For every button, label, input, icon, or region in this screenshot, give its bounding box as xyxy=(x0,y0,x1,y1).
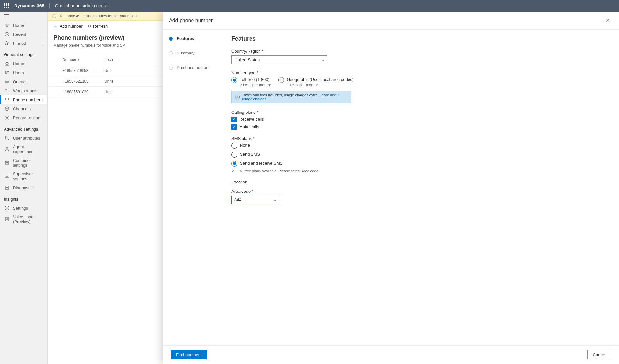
cell-location: Unite xyxy=(104,79,113,84)
svg-point-1 xyxy=(6,71,7,73)
svg-point-11 xyxy=(5,101,6,101)
svg-rect-4 xyxy=(5,82,9,83)
country-select[interactable]: United States ⌄ xyxy=(231,55,327,64)
nav-item-users[interactable]: Users xyxy=(0,68,47,77)
sms-option[interactable]: Send and receive SMS xyxy=(231,161,417,167)
checkbox-label: Receive calls xyxy=(239,117,264,122)
trial-banner-text: You have 49 calling minutes left for you… xyxy=(59,14,138,18)
workstreams-icon xyxy=(5,88,10,93)
nav-label: Home xyxy=(13,23,24,28)
svg-point-13 xyxy=(8,101,9,101)
nav-label: Workstreams xyxy=(13,88,37,93)
areacode-value: 844 xyxy=(234,197,241,202)
sms-option[interactable]: None xyxy=(231,143,417,149)
radio-label: Send and receive SMS xyxy=(240,161,283,166)
radio-icon xyxy=(231,152,237,158)
sidebar: HomeRecent⌄Pinned⌄ General settings Home… xyxy=(0,12,48,364)
svg-point-9 xyxy=(7,99,7,100)
step-dot-icon xyxy=(169,66,173,70)
col-location-header[interactable]: Loca xyxy=(104,57,113,62)
cancel-button[interactable]: Cancel xyxy=(587,350,611,359)
pin-icon xyxy=(5,41,10,46)
plan-note: ✓ Toll free plans available. Please sele… xyxy=(231,169,417,173)
radio-label: Geographic (Uses local area codes) xyxy=(287,77,353,82)
callingplans-label: Calling plans * xyxy=(231,110,417,115)
find-numbers-button[interactable]: Find numbers xyxy=(171,350,207,359)
cell-location: Unite xyxy=(104,68,113,73)
nav-label: Users xyxy=(13,70,24,75)
userattr-icon xyxy=(5,135,10,141)
nav-label: Phone numbers xyxy=(13,97,43,102)
agent-icon xyxy=(5,147,10,152)
radio-icon xyxy=(231,143,237,149)
radio-sublabel: 2 USD per month* xyxy=(240,83,271,87)
svg-point-2 xyxy=(7,71,9,72)
svg-rect-3 xyxy=(5,80,9,81)
app-launcher-icon[interactable] xyxy=(4,3,9,8)
nav-item-customer-settings[interactable]: Customer settings xyxy=(0,156,47,170)
nav-label: User attributes xyxy=(13,136,40,141)
calling-option[interactable]: ✓Receive calls xyxy=(231,117,417,122)
nav-item-workstreams[interactable]: Workstreams xyxy=(0,86,47,95)
nav-item-supervisor-settings[interactable]: Supervisor settings xyxy=(0,170,47,183)
nav-item-home[interactable]: Home xyxy=(0,59,47,68)
calling-option[interactable]: ✓Make calls xyxy=(231,124,417,130)
add-number-button[interactable]: ＋ Add number xyxy=(53,23,83,29)
location-heading: Location xyxy=(231,180,417,184)
diagnostics-icon xyxy=(5,185,10,190)
flyout-title: Add phone number xyxy=(169,18,213,24)
numbertype-option[interactable]: Geographic (Uses local area codes)1 USD … xyxy=(278,77,353,87)
stepper: FeaturesSummaryPurchase number xyxy=(163,30,231,345)
home-icon xyxy=(5,61,10,66)
nav-label: Agent experience xyxy=(13,144,44,154)
cell-location: Unite xyxy=(104,90,113,94)
refresh-button[interactable]: ↻ Refresh xyxy=(88,23,108,29)
svg-point-19 xyxy=(7,162,8,163)
nav-label: Diagnostics xyxy=(13,185,34,190)
nav-item-diagnostics[interactable]: Diagnostics xyxy=(0,183,47,192)
svg-point-10 xyxy=(8,99,9,100)
nav-item-voice-usage-(preview)[interactable]: Voice usage (Preview) xyxy=(0,212,47,226)
checkbox-icon: ✓ xyxy=(231,124,237,130)
radio-label: Toll-free (1-800) xyxy=(240,77,271,82)
close-icon[interactable]: ✕ xyxy=(604,16,611,25)
queues-icon xyxy=(5,79,10,84)
refresh-label: Refresh xyxy=(93,24,108,29)
step-label: Features xyxy=(177,36,194,41)
cell-number: +18887501829 xyxy=(63,90,104,94)
col-number-header[interactable]: Number↑ xyxy=(63,57,104,62)
info-icon: i xyxy=(52,14,56,18)
nav-label: Pinned xyxy=(13,41,26,46)
numbertype-label: Number type * xyxy=(231,70,417,75)
nav-item-queues[interactable]: Queues xyxy=(0,77,47,86)
nav-item-settings[interactable]: Settings xyxy=(0,203,47,212)
step-dot-icon xyxy=(169,51,173,55)
step-purchase-number[interactable]: Purchase number xyxy=(169,65,226,70)
plan-note-text: Toll free plans available. Please select… xyxy=(238,169,319,173)
nav-item-agent-experience[interactable]: Agent experience xyxy=(0,143,47,156)
step-features[interactable]: Features xyxy=(169,36,226,41)
nav-label: Channels xyxy=(13,106,31,111)
numbertype-option[interactable]: Toll-free (1-800)2 USD per month* xyxy=(231,77,271,87)
cell-number: +18557518953 xyxy=(63,68,104,73)
nav-item-home[interactable]: Home xyxy=(0,21,47,30)
nav-item-recent[interactable]: Recent⌄ xyxy=(0,30,47,39)
radio-icon xyxy=(278,77,284,83)
hamburger-icon[interactable] xyxy=(4,14,9,18)
sms-option[interactable]: Send SMS xyxy=(231,152,417,158)
checkbox-label: Make calls xyxy=(239,124,259,129)
supervisor-icon xyxy=(5,174,10,179)
tax-note: Taxes and fees included, usage charges e… xyxy=(242,93,319,97)
nav-item-pinned[interactable]: Pinned⌄ xyxy=(0,39,47,48)
nav-item-channels[interactable]: Channels xyxy=(0,104,47,113)
nav-label: Record routing xyxy=(13,115,40,120)
nav-item-phone-numbers[interactable]: Phone numbers xyxy=(0,95,47,104)
step-dot-icon xyxy=(169,37,173,41)
step-summary[interactable]: Summary xyxy=(169,51,226,55)
nav-item-user-attributes[interactable]: User attributes xyxy=(0,133,47,143)
nav-item-record-routing[interactable]: Record routing xyxy=(0,113,47,122)
areacode-select[interactable]: 844 ⌄ xyxy=(231,196,279,204)
nav-label: Recent xyxy=(13,32,26,37)
svg-point-17 xyxy=(6,148,8,149)
radio-sublabel: 1 USD per month* xyxy=(287,83,353,87)
